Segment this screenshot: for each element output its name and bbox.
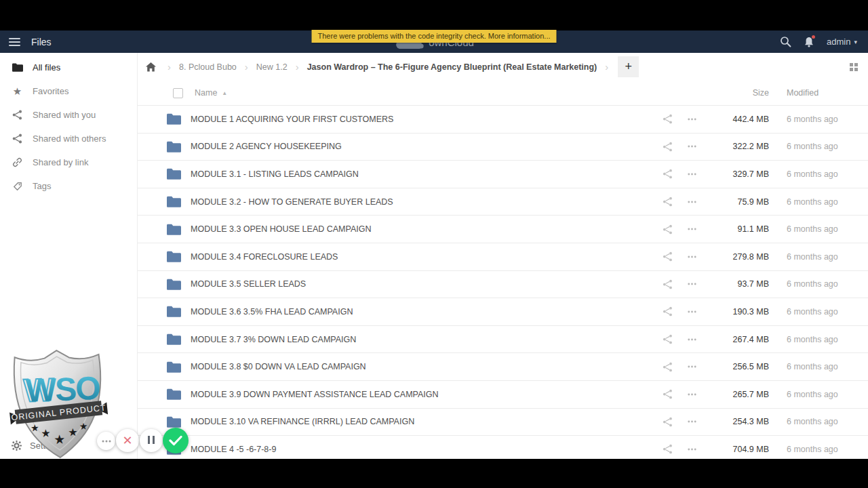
share-icon[interactable] — [655, 389, 679, 399]
file-row[interactable]: MODULE 3.3 OPEN HOUSE LEAD CAMPAIGN 91.1… — [138, 216, 868, 243]
grid-view-toggle-icon[interactable] — [850, 63, 858, 71]
share-icon[interactable] — [655, 169, 679, 179]
home-icon[interactable] — [142, 62, 159, 72]
share-icon[interactable] — [655, 334, 679, 344]
main-area: All files ★ Favorites Shared with you — [0, 53, 868, 459]
file-size: 329.7 MB — [704, 169, 769, 179]
share-icon[interactable] — [655, 251, 679, 262]
file-modified: 6 months ago — [769, 115, 868, 124]
file-name[interactable]: MODULE 4 -5 -6-7-8-9 — [191, 445, 655, 454]
share-icon[interactable] — [655, 417, 679, 427]
breadcrumb-item-current[interactable]: Jason Wardrop – The 6-Figure Agency Blue… — [307, 62, 597, 72]
sidebar-item-shared-by-link[interactable]: Shared by link — [0, 150, 137, 174]
file-name[interactable]: MODULE 3.7 3% DOWN LEAD CAMPAIGN — [191, 335, 655, 344]
breadcrumb-item[interactable]: New 1.2 — [256, 62, 288, 72]
file-modified: 6 months ago — [769, 390, 868, 399]
search-icon[interactable] — [780, 36, 791, 47]
files-sidebar: All files ★ Favorites Shared with you — [0, 53, 138, 459]
share-icon — [12, 134, 23, 144]
column-header-name[interactable]: Name — [195, 88, 217, 98]
link-icon — [12, 157, 23, 167]
sidebar-item-favorites[interactable]: ★ Favorites — [0, 79, 137, 103]
file-name[interactable]: MODULE 3.10 VA REFINANCE (IRRRL) LEAD CA… — [191, 417, 655, 426]
share-icon[interactable] — [655, 142, 679, 152]
file-row[interactable]: MODULE 3.6 3.5% FHA LEAD CAMPAIGN 190.3 … — [138, 298, 868, 326]
more-actions-icon[interactable] — [679, 338, 704, 341]
chevron-right-icon: › — [167, 61, 171, 73]
file-row[interactable]: MODULE 3.7 3% DOWN LEAD CAMPAIGN 267.4 M… — [138, 326, 868, 354]
file-modified: 6 months ago — [769, 252, 868, 262]
table-header: Name ▲ Size Modified — [138, 81, 868, 106]
file-modified: 6 months ago — [769, 169, 868, 179]
chevron-right-icon: › — [605, 61, 608, 73]
sidebar-item-all-files[interactable]: All files — [0, 56, 137, 79]
ellipsis-icon — [102, 440, 111, 443]
more-actions-icon[interactable] — [679, 256, 704, 258]
file-name[interactable]: MODULE 3.8 $0 DOWN VA LEAD CAMPAIGN — [191, 362, 655, 371]
file-modified: 6 months ago — [769, 362, 868, 371]
user-menu[interactable]: admin ▾ — [827, 37, 857, 47]
file-name[interactable]: MODULE 3.6 3.5% FHA LEAD CAMPAIGN — [191, 307, 655, 317]
more-actions-icon[interactable] — [679, 420, 704, 423]
share-icon[interactable] — [655, 114, 679, 124]
app-title: Files — [31, 37, 52, 47]
share-icon[interactable] — [655, 306, 679, 317]
more-actions-icon[interactable] — [679, 310, 704, 313]
settings-button[interactable]: Settings — [12, 441, 62, 451]
file-name[interactable]: MODULE 3.2 - HOW TO GENERATE BUYER LEADS — [191, 197, 655, 207]
more-actions-icon[interactable] — [679, 365, 704, 368]
more-actions-icon[interactable] — [679, 201, 704, 203]
more-actions-icon[interactable] — [679, 118, 704, 121]
more-actions-icon[interactable] — [679, 173, 704, 176]
recorder-cancel-button[interactable]: ✕ — [116, 429, 139, 452]
column-header-modified[interactable]: Modified — [769, 88, 868, 98]
folder-icon — [167, 196, 181, 207]
file-row[interactable]: MODULE 2 AGENCY HOUSEKEEPING 322.2 MB 6 … — [138, 134, 868, 161]
share-icon[interactable] — [655, 224, 679, 235]
code-integrity-warning-banner[interactable]: There were problems with the code integr… — [312, 30, 557, 43]
share-icon[interactable] — [655, 362, 679, 372]
file-row[interactable]: MODULE 4 -5 -6-7-8-9 704.9 MB 6 months a… — [138, 436, 868, 459]
file-name[interactable]: MODULE 3.4 FORECLOSURE LEADS — [191, 252, 655, 262]
file-name[interactable]: MODULE 3.5 SELLER LEADS — [191, 279, 655, 289]
sidebar-item-label: Shared with others — [33, 134, 106, 144]
file-name[interactable]: MODULE 3.1 - LISTING LEADS CAMPAIGN — [191, 169, 655, 179]
sidebar-item-shared-with-you[interactable]: Shared with you — [0, 103, 137, 127]
share-icon[interactable] — [655, 279, 679, 289]
sidebar-item-tags[interactable]: Tags — [0, 174, 137, 198]
recorder-pause-button[interactable] — [140, 429, 163, 452]
more-actions-icon[interactable] — [679, 228, 704, 230]
recorder-more-button[interactable] — [97, 432, 115, 450]
file-row[interactable]: MODULE 3.4 FORECLOSURE LEADS 279.8 MB 6 … — [138, 243, 868, 271]
file-name[interactable]: MODULE 3.3 OPEN HOUSE LEAD CAMPAIGN — [191, 224, 655, 234]
more-actions-icon[interactable] — [679, 393, 704, 396]
sidebar-nav: All files ★ Favorites Shared with you — [0, 56, 137, 198]
file-row[interactable]: MODULE 1 ACQUIRING YOUR FIRST CUSTOMERS … — [138, 106, 868, 134]
file-name[interactable]: MODULE 3.9 DOWN PAYMENT ASSISTANCE LEAD … — [191, 390, 655, 399]
hamburger-menu-icon[interactable] — [9, 38, 20, 46]
share-icon[interactable] — [655, 197, 679, 207]
breadcrumb: › 8. Pcloud Bubo › New 1.2 › Jason Wardr… — [138, 53, 868, 81]
select-all-checkbox[interactable] — [173, 88, 183, 98]
file-row[interactable]: MODULE 3.10 VA REFINANCE (IRRRL) LEAD CA… — [138, 409, 868, 436]
file-row[interactable]: MODULE 3.5 SELLER LEADS 93.7 MB 6 months… — [138, 271, 868, 299]
breadcrumb-item[interactable]: 8. Pcloud Bubo — [179, 62, 237, 72]
file-row[interactable]: MODULE 3.9 DOWN PAYMENT ASSISTANCE LEAD … — [138, 381, 868, 409]
file-name[interactable]: MODULE 2 AGENCY HOUSEKEEPING — [191, 142, 655, 151]
notifications-bell-icon[interactable] — [804, 37, 814, 47]
share-icon[interactable] — [655, 444, 679, 454]
more-actions-icon[interactable] — [679, 448, 704, 451]
more-actions-icon[interactable] — [679, 145, 704, 148]
file-row[interactable]: MODULE 3.1 - LISTING LEADS CAMPAIGN 329.… — [138, 161, 868, 188]
new-file-button[interactable]: + — [618, 56, 639, 77]
recorder-finish-button[interactable] — [163, 428, 189, 453]
more-actions-icon[interactable] — [679, 283, 704, 285]
file-row[interactable]: MODULE 3.2 - HOW TO GENERATE BUYER LEADS… — [138, 188, 868, 216]
folder-icon — [12, 63, 23, 72]
column-header-size[interactable]: Size — [704, 88, 769, 98]
sidebar-item-label: Tags — [33, 181, 51, 191]
sidebar-item-shared-with-others[interactable]: Shared with others — [0, 127, 137, 150]
file-name[interactable]: MODULE 1 ACQUIRING YOUR FIRST CUSTOMERS — [191, 115, 655, 124]
file-modified: 6 months ago — [769, 142, 868, 151]
file-row[interactable]: MODULE 3.8 $0 DOWN VA LEAD CAMPAIGN 256.… — [138, 353, 868, 381]
